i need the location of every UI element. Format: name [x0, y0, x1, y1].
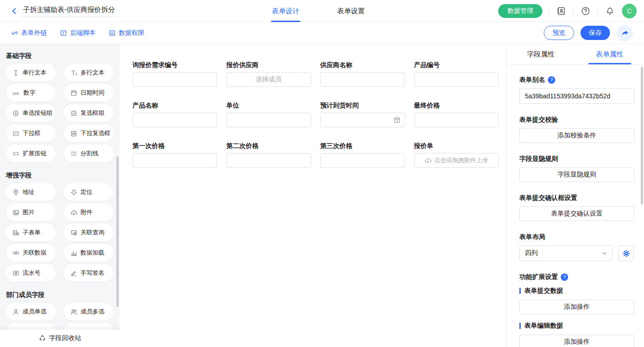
field-item-signature[interactable]: 手写签名: [64, 264, 114, 282]
section-title-basic-fields: 基础字段: [6, 52, 114, 60]
form-field-product-number[interactable]: 产品编号: [414, 61, 499, 87]
visibility-rules-button[interactable]: 字段显隐规则: [519, 167, 634, 182]
notification-bell-icon[interactable]: [604, 6, 615, 17]
calendar-icon: [393, 116, 401, 124]
panel-scrollbar[interactable]: [641, 67, 643, 205]
text-input[interactable]: [132, 72, 217, 87]
layout-settings-button[interactable]: [618, 245, 634, 261]
layout-select[interactable]: 四列: [519, 245, 613, 261]
user-avatar[interactable]: C: [622, 4, 637, 18]
text-input[interactable]: [320, 72, 405, 87]
radio-icon: [12, 110, 19, 117]
form-designer-app: 子拆主辅助表-供应商报价拆分 表单设计 表单设置 数据管理: [0, 0, 644, 347]
field-item-radio-group[interactable]: 单选按钮组: [6, 104, 56, 122]
form-field-final-price[interactable]: 最终价格: [414, 102, 499, 127]
field-item-dropdown[interactable]: 下拉框: [6, 125, 56, 142]
tab-field-properties[interactable]: 字段属性: [506, 44, 575, 64]
field-item-divider-line[interactable]: 分割线: [64, 145, 114, 162]
data-manage-button[interactable]: 数据管理: [498, 4, 542, 18]
cloud-upload-icon: [70, 209, 77, 216]
form-field-expected-arrival[interactable]: 预计到货时间: [320, 102, 405, 127]
form-field-product-name[interactable]: 产品名称: [132, 102, 217, 127]
field-item-attachment[interactable]: 附件: [64, 204, 114, 221]
linked-query-icon: [70, 229, 77, 236]
help-icon[interactable]: ?: [561, 273, 568, 281]
field-item-member-multi[interactable]: 成员多选: [64, 303, 114, 320]
submit-validation-section: 表单提交校验 添加校验条件: [519, 116, 634, 143]
properties-panel: 字段属性 表单属性 表单别名 ? 表单提交校验 添加校验条件 字段显隐规则: [506, 44, 644, 347]
external-link-button[interactable]: 表单外链: [11, 29, 47, 37]
text-input[interactable]: [414, 72, 499, 87]
field-item-address[interactable]: 地址: [6, 183, 56, 201]
sidebar-scrollbar[interactable]: [116, 156, 119, 307]
add-validation-button[interactable]: 添加校验条件: [519, 128, 634, 143]
text-input[interactable]: [414, 113, 499, 127]
toolbar-actions: 预览 保存: [544, 25, 633, 41]
tab-form-design[interactable]: 表单设计: [269, 0, 302, 22]
form-canvas[interactable]: 询报价需求编号 报价供应商 选择成员 供应商名称 产品编号 产品名称: [120, 44, 506, 347]
field-item-subform[interactable]: 子表单: [6, 224, 56, 241]
field-item-multi-dropdown[interactable]: 下拉复选框: [64, 125, 114, 142]
text-input[interactable]: [132, 113, 217, 127]
field-item-member-single[interactable]: 成员单选: [6, 303, 56, 320]
form-field-quotation-upload[interactable]: 报价单 点击或拖拽附件上传: [414, 142, 499, 168]
field-item-checkbox-group[interactable]: 复选框组: [64, 104, 114, 122]
form-title[interactable]: 子拆主辅助表-供应商报价拆分: [22, 5, 117, 17]
add-edit-action-button[interactable]: 添加操作: [519, 335, 634, 347]
backend-script-button[interactable]: 后端脚本: [60, 29, 96, 37]
dropdown-icon: [12, 130, 19, 137]
field-item-location[interactable]: 定位: [64, 183, 114, 201]
field-item-linked-query[interactable]: 关联查询: [64, 224, 114, 241]
form-field-quote-supplier[interactable]: 报价供应商 选择成员: [226, 61, 311, 87]
subform-icon: [12, 229, 19, 236]
save-button[interactable]: 保存: [581, 26, 610, 40]
form-field-third-price[interactable]: 第三次价格: [320, 142, 405, 168]
contact-book-icon[interactable]: [556, 6, 567, 17]
attachment-upload-zone[interactable]: 点击或拖拽附件上传: [414, 153, 499, 168]
field-item-serial-number[interactable]: 流水号: [6, 264, 56, 282]
form-field-unit[interactable]: 单位: [226, 102, 311, 127]
submit-confirm-button[interactable]: 表单提交确认设置: [519, 206, 634, 221]
form-alias-input[interactable]: [519, 88, 634, 104]
image-icon: [12, 209, 19, 216]
share-button[interactable]: [616, 25, 633, 41]
field-item-multi-line-text[interactable]: 多行文本: [64, 64, 114, 81]
help-icon[interactable]: [580, 6, 591, 17]
text-input[interactable]: [226, 113, 311, 127]
bar-chart-icon: [70, 250, 77, 256]
panel-body: 表单别名 ? 表单提交校验 添加校验条件 字段显隐规则 字段显隐规则 表单提交确…: [506, 65, 644, 347]
tab-form-settings[interactable]: 表单设置: [334, 0, 368, 22]
preview-button[interactable]: 预览: [544, 26, 574, 40]
form-layout-section: 表单布局 四列: [519, 233, 634, 261]
gear-icon: [622, 250, 630, 257]
section-title-enhanced-fields: 增强字段: [6, 171, 114, 180]
divider: [573, 7, 574, 15]
text-input[interactable]: [226, 153, 311, 168]
tab-form-properties[interactable]: 表单属性: [575, 44, 644, 64]
serial-number-icon: [12, 270, 19, 277]
form-field-first-price[interactable]: 第一次价格: [132, 142, 217, 168]
field-item-number[interactable]: 123 数字: [6, 84, 56, 102]
field-recycle-bin[interactable]: 字段回收站: [0, 330, 120, 347]
help-icon[interactable]: ?: [548, 76, 555, 84]
section-title-member-fields: 部门成员字段: [6, 291, 114, 299]
field-item-single-line-text[interactable]: 单行文本: [6, 64, 56, 81]
text-input[interactable]: [320, 153, 405, 168]
form-field-second-price[interactable]: 第二次价格: [226, 142, 311, 168]
form-field-supplier-name[interactable]: 供应商名称: [320, 61, 405, 87]
field-item-image[interactable]: 图片: [6, 204, 56, 221]
submit-data-subsection: 表单提交数据: [519, 287, 634, 295]
add-submit-action-button[interactable]: 添加操作: [519, 300, 634, 314]
field-item-extend-button[interactable]: 扩展按钮: [6, 145, 56, 162]
member-picker[interactable]: 选择成员: [226, 72, 311, 87]
date-input[interactable]: [320, 113, 405, 127]
form-field-grid: 询报价需求编号 报价供应商 选择成员 供应商名称 产品编号 产品名称: [132, 61, 499, 168]
form-field-inquiry-number[interactable]: 询报价需求编号: [132, 61, 217, 87]
field-item-data-load[interactable]: 数据加载: [64, 244, 114, 262]
field-item-linked-data[interactable]: 关联数据: [6, 244, 56, 262]
back-button[interactable]: [9, 6, 19, 16]
header-actions: 数据管理: [498, 0, 637, 22]
field-item-datetime[interactable]: 日期时间: [64, 84, 114, 102]
data-permission-button[interactable]: 数据权限: [109, 29, 144, 37]
text-input[interactable]: [132, 153, 217, 168]
